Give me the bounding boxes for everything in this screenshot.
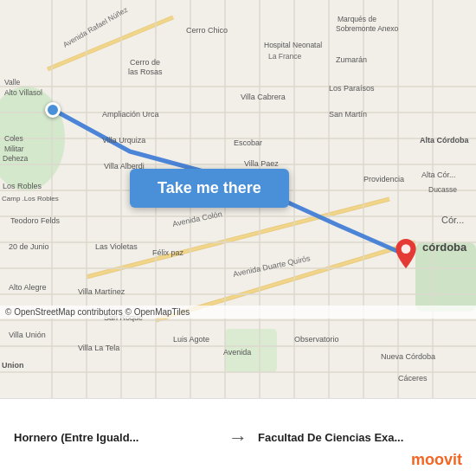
svg-text:Observatorio: Observatorio (294, 335, 339, 344)
svg-text:Ducasse: Ducasse (428, 185, 457, 194)
svg-text:Sobremonte Anexo: Sobremonte Anexo (336, 24, 399, 33)
svg-text:La France: La France (268, 52, 302, 61)
svg-text:Militar: Militar (4, 145, 24, 153)
svg-text:Luis Agote: Luis Agote (173, 335, 209, 344)
bottom-bar: Hornero (Entre Iguald... → Facultad De C… (0, 398, 476, 476)
svg-text:Cerro de: Cerro de (130, 58, 160, 67)
svg-text:Villa Urquiza: Villa Urquiza (102, 136, 145, 145)
svg-text:Coles: Coles (4, 134, 23, 143)
svg-text:Camp .Los Robles: Camp .Los Robles (2, 195, 59, 203)
svg-text:Ampliación Urca: Ampliación Urca (102, 110, 159, 119)
svg-text:Hospital Neonatal: Hospital Neonatal (264, 41, 322, 49)
svg-text:Cáceres: Cáceres (398, 374, 428, 383)
origin-info: Hornero (Entre Iguald... (14, 431, 218, 444)
svg-text:Nueva Córdoba: Nueva Córdoba (381, 352, 435, 361)
svg-text:Teodoro Felds: Teodoro Felds (10, 216, 61, 225)
svg-text:Alto Alegre: Alto Alegre (9, 283, 47, 292)
svg-text:Valle: Valle (4, 78, 21, 87)
svg-text:Los Robles: Los Robles (3, 182, 42, 190)
take-me-there-button[interactable]: Take me there (130, 169, 289, 208)
map-container: Cerro Chico Marqués de Sobremonte Anexo … (0, 0, 476, 398)
svg-text:Union: Union (2, 361, 24, 370)
svg-text:San Martín: San Martín (329, 110, 367, 119)
svg-text:Providencia: Providencia (363, 175, 404, 183)
svg-text:Avenida: Avenida (223, 348, 251, 357)
moovit-text: moovit (411, 451, 462, 469)
arrow-icon: → (228, 427, 248, 449)
svg-text:Deheza: Deheza (3, 154, 29, 163)
route-arrow: → (218, 427, 258, 449)
svg-text:las Rosas: las Rosas (128, 68, 163, 76)
svg-text:Alto Villasol: Alto Villasol (4, 88, 42, 97)
destination-marker (395, 239, 417, 272)
svg-text:Alta Córdoba: Alta Córdoba (420, 136, 469, 145)
destination-name: Facultad De Ciencias Exa... (258, 431, 462, 444)
svg-text:Los Paraísos: Los Paraísos (329, 84, 375, 93)
map-attribution: © OpenStreetMap contributors © OpenMapTi… (0, 306, 476, 318)
destination-info: Facultad De Ciencias Exa... (258, 431, 462, 444)
svg-text:Villa Unión: Villa Unión (9, 331, 46, 339)
svg-text:Cór...: Cór... (441, 215, 464, 225)
svg-point-82 (402, 244, 411, 254)
svg-text:Villa La Tela: Villa La Tela (78, 344, 119, 352)
svg-text:Villa Cabrera: Villa Cabrera (241, 93, 286, 101)
svg-text:Villa Martínez: Villa Martínez (78, 287, 125, 296)
moovit-logo: moovit (411, 451, 462, 469)
svg-text:Villa Paez: Villa Paez (244, 159, 279, 168)
svg-text:Cerro Chico: Cerro Chico (186, 26, 228, 35)
origin-name: Hornero (Entre Iguald... (14, 431, 218, 444)
origin-marker (45, 102, 61, 118)
svg-text:Escobar: Escobar (234, 138, 262, 147)
svg-text:Félix paz: Félix paz (152, 248, 184, 257)
svg-text:Alta Cór...: Alta Cór... (421, 170, 456, 179)
svg-text:20 de Junio: 20 de Junio (9, 242, 49, 251)
svg-text:Zumarán: Zumarán (336, 55, 367, 64)
svg-text:Marqués de: Marqués de (338, 15, 376, 23)
svg-text:Las Violetas: Las Violetas (95, 242, 138, 251)
